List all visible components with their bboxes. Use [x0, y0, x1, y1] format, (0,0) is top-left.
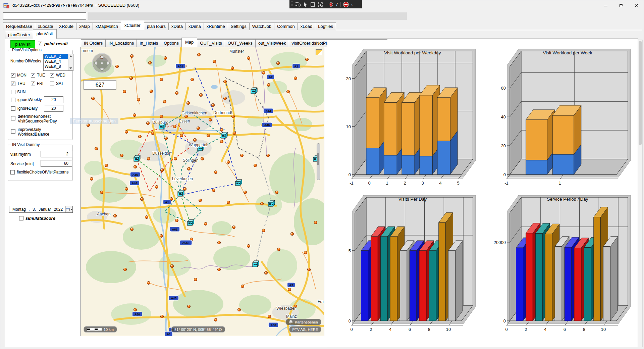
tab-in-locations[interactable]: IN_Locations: [105, 39, 137, 47]
slider-thumb[interactable]: [317, 153, 319, 165]
order-marker[interactable]: [187, 167, 190, 170]
day-option-fri[interactable]: FRI: [31, 81, 50, 86]
day-checkbox[interactable]: [50, 73, 54, 78]
scrollbar-thumb[interactable]: [639, 41, 642, 145]
simulate-score-option[interactable]: simulateScore: [19, 216, 55, 221]
close-button[interactable]: [629, 0, 644, 10]
order-marker[interactable]: [133, 308, 137, 311]
order-marker[interactable]: [223, 80, 226, 83]
simulate-score-checkbox[interactable]: [19, 216, 23, 220]
order-marker[interactable]: [290, 232, 293, 235]
day-checkbox[interactable]: [11, 73, 15, 78]
listbox-option-week_2[interactable]: WEEK_2: [44, 54, 68, 59]
order-marker[interactable]: [227, 160, 230, 163]
order-marker[interactable]: [175, 91, 178, 94]
order-marker[interactable]: [307, 268, 310, 271]
order-marker[interactable]: [191, 78, 194, 81]
layers-button[interactable]: Kartenebenen: [285, 319, 321, 325]
minimize-button[interactable]: [598, 0, 613, 10]
order-marker[interactable]: [129, 77, 132, 80]
visit-rhythm-input[interactable]: 2: [41, 151, 72, 157]
day-option-wed[interactable]: WED: [50, 73, 70, 78]
day-option-thu[interactable]: THU: [11, 81, 31, 86]
order-marker[interactable]: [199, 199, 202, 202]
tab-xload[interactable]: xLoad: [298, 22, 315, 30]
order-marker[interactable]: [217, 268, 220, 271]
tab-xcluster[interactable]: xCluster: [121, 21, 144, 30]
order-marker[interactable]: [140, 197, 143, 200]
order-marker[interactable]: [115, 65, 118, 68]
order-marker[interactable]: [120, 154, 123, 157]
tab-xdata[interactable]: xData: [168, 22, 186, 30]
order-marker[interactable]: [160, 234, 163, 237]
tab-in-orders[interactable]: IN Orders: [81, 39, 106, 47]
ignore-weekly-option[interactable]: ignoreWeekly: [11, 97, 42, 102]
depot-marker[interactable]: [235, 180, 242, 186]
tab-common[interactable]: Common: [274, 22, 298, 30]
order-marker[interactable]: [173, 125, 176, 128]
region-capture-icon[interactable]: [318, 2, 323, 7]
order-marker[interactable]: [220, 140, 223, 143]
order-marker[interactable]: [207, 134, 210, 137]
depot-marker[interactable]: [221, 132, 227, 138]
paint-result-checkbox[interactable]: [38, 42, 42, 46]
order-marker[interactable]: [260, 202, 263, 205]
plan-visit-run-button[interactable]: planVisit: [10, 40, 35, 48]
tab-plancluster[interactable]: planCluster: [5, 31, 33, 39]
day-checkbox[interactable]: [11, 90, 15, 94]
depot-marker[interactable]: [251, 88, 257, 94]
order-marker[interactable]: [247, 56, 250, 59]
order-marker[interactable]: [193, 138, 196, 141]
charts-scrollbar[interactable]: [638, 40, 643, 347]
order-marker[interactable]: [276, 61, 279, 64]
tab-out-visits[interactable]: OUT_Visits: [197, 39, 225, 47]
order-marker[interactable]: [163, 100, 166, 103]
tab-xmapmatch[interactable]: xMapMatch: [93, 22, 121, 30]
tab-map[interactable]: Map: [181, 38, 197, 47]
order-marker[interactable]: [123, 268, 126, 271]
order-marker[interactable]: [266, 154, 269, 157]
order-marker[interactable]: [183, 187, 186, 190]
order-marker[interactable]: [100, 191, 103, 194]
number-of-weeks-listbox[interactable]: WEEK_2WEEK_4WEEK_8: [43, 54, 73, 71]
order-marker[interactable]: [277, 248, 280, 251]
order-marker[interactable]: [231, 66, 234, 69]
order-marker[interactable]: [212, 189, 215, 192]
start-date-picker[interactable]: Montag , 3. Januar 2022: [9, 206, 73, 213]
paint-result-option[interactable]: paint result: [38, 41, 68, 46]
order-marker[interactable]: [145, 215, 148, 218]
order-marker[interactable]: [180, 134, 183, 137]
tab-requestbase[interactable]: RequestBase: [3, 22, 35, 30]
maximize-button[interactable]: [613, 0, 629, 10]
tab-xdima[interactable]: xDima: [185, 22, 204, 30]
order-marker[interactable]: [286, 90, 289, 93]
order-marker[interactable]: [148, 61, 151, 64]
collapse-chevron[interactable]: ‹: [351, 2, 353, 7]
order-marker[interactable]: [267, 83, 270, 86]
tab-out-visitweek[interactable]: out_VisitWeek: [255, 39, 289, 47]
order-marker[interactable]: [197, 53, 200, 56]
request-input[interactable]: [3, 12, 86, 20]
order-marker[interactable]: [217, 241, 220, 244]
day-checkbox[interactable]: [31, 73, 35, 78]
map-canvas[interactable]: A31A2A2A44A46A46A44A1A61A565A48A60A60B50…: [81, 47, 324, 336]
order-marker[interactable]: [147, 281, 150, 284]
order-marker[interactable]: [240, 154, 243, 157]
order-marker[interactable]: [174, 157, 177, 160]
map-panel[interactable]: A31A2A2A44A46A46A44A1A61A565A48A60A60B50…: [80, 47, 324, 336]
order-marker[interactable]: [213, 60, 216, 63]
order-marker[interactable]: [90, 177, 93, 180]
calendar-dropdown-button[interactable]: [65, 206, 72, 212]
listbox-scrollbar[interactable]: [68, 54, 73, 70]
order-marker[interactable]: [254, 164, 257, 167]
day-option-sun[interactable]: SUN: [11, 90, 31, 94]
flexible-choice-option[interactable]: flexibleChoiceOfVisitPatterns: [10, 170, 69, 174]
ignore-weekly-input[interactable]: 20: [44, 96, 63, 103]
order-marker[interactable]: [151, 132, 154, 135]
listbox-option-week_8[interactable]: WEEK_8: [44, 64, 68, 69]
order-marker[interactable]: [304, 251, 307, 254]
order-marker[interactable]: [147, 157, 150, 160]
cursor-icon[interactable]: [303, 2, 308, 7]
order-marker[interactable]: [247, 244, 250, 247]
order-marker[interactable]: [95, 147, 98, 150]
